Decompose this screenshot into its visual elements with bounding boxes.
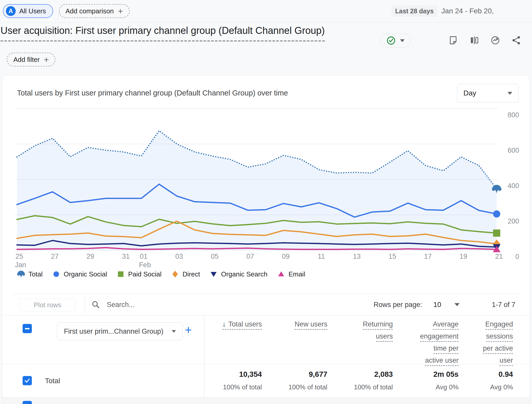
dimension-dropdown[interactable]: First user prim...Channel Group) bbox=[57, 322, 183, 340]
legend-label: Paid Social bbox=[128, 270, 162, 278]
select-all-checkbox[interactable] bbox=[23, 324, 32, 333]
circle-icon bbox=[52, 270, 61, 279]
legend-item-total[interactable]: Total bbox=[17, 270, 43, 279]
metric-cell: 2,083100% of total bbox=[327, 370, 393, 391]
chart-legend: TotalOrganic SocialPaid SocialDirectOrga… bbox=[17, 270, 305, 279]
row-checkbox[interactable] bbox=[23, 401, 32, 404]
page-title-text: User acquisition: First user primary cha… bbox=[1, 25, 325, 42]
column-header-new-users[interactable]: New users bbox=[262, 320, 327, 369]
triangle-down-icon bbox=[209, 270, 218, 279]
table-search bbox=[91, 298, 261, 312]
column-header-line: ↓Total users bbox=[222, 320, 262, 330]
divider bbox=[85, 296, 85, 314]
legend-item-organic-social[interactable]: Organic Social bbox=[52, 270, 107, 279]
legend-label: Total bbox=[28, 270, 43, 278]
balloon-icon bbox=[17, 270, 25, 279]
divider bbox=[12, 294, 522, 294]
report-actions bbox=[448, 35, 532, 45]
share-icon[interactable] bbox=[511, 35, 521, 45]
metric-cell: 0.94Avg 0% bbox=[459, 370, 522, 391]
divider bbox=[2, 315, 530, 315]
add-comparison-label: Add comparison bbox=[65, 7, 114, 15]
column-header-total-users[interactable]: ↓Total users bbox=[204, 320, 262, 369]
metric-cell: 9,677100% of total bbox=[262, 370, 327, 391]
row-checkbox[interactable] bbox=[23, 376, 32, 385]
rows-per-page-label: Rows per page: bbox=[374, 301, 422, 309]
search-icon bbox=[91, 300, 100, 309]
avatar: A bbox=[6, 6, 16, 16]
top-bar: A All Users Add comparison + Last 28 day… bbox=[0, 0, 532, 22]
pagination-controls: Rows per page: 10 1-7 of 7 bbox=[374, 298, 522, 312]
metric-subvalue: 100% of total bbox=[223, 383, 262, 391]
column-header-line: Engaged bbox=[485, 320, 513, 330]
note-icon[interactable] bbox=[448, 35, 458, 45]
date-range-value[interactable]: Jan 24 - Feb 20, bbox=[441, 7, 494, 15]
column-header-line: Average bbox=[433, 320, 459, 330]
date-range-preset[interactable]: Last 28 days bbox=[392, 5, 437, 17]
dimension-dropdown-value: First user prim...Channel Group) bbox=[64, 328, 163, 335]
column-header-line: time per bbox=[433, 344, 459, 354]
chart-title: Total users by First user primary channe… bbox=[17, 89, 288, 97]
divider bbox=[2, 364, 530, 364]
granularity-value: Day bbox=[463, 89, 476, 97]
table-row-label: Total bbox=[45, 377, 60, 385]
pagination-range: 1-7 of 7 bbox=[492, 301, 515, 309]
column-headers: ↓Total usersNew usersReturningusersAvera… bbox=[204, 320, 522, 369]
column-header-line: New users bbox=[294, 320, 327, 330]
date-range-control: Last 28 days Jan 24 - Feb 20, bbox=[392, 0, 494, 22]
chevron-down-icon bbox=[508, 92, 512, 95]
column-header-line: user bbox=[499, 357, 513, 366]
comparison-icon[interactable] bbox=[469, 35, 479, 45]
check-icon bbox=[24, 377, 31, 384]
legend-label: Organic Social bbox=[64, 270, 107, 278]
column-header-average-engagement-time-per-active-user[interactable]: Averageengagementtime peractive user bbox=[393, 320, 459, 369]
legend-item-organic-search[interactable]: Organic Search bbox=[209, 270, 268, 279]
plus-icon: + bbox=[118, 7, 123, 15]
metric-subvalue: 100% of total bbox=[354, 383, 393, 391]
table-row: 10,354100% of total9,677100% of total2,0… bbox=[204, 370, 522, 391]
granularity-select[interactable]: Day bbox=[457, 84, 519, 102]
search-input[interactable] bbox=[107, 298, 261, 312]
add-comparison-button[interactable]: Add comparison + bbox=[59, 4, 130, 18]
column-header-line: active user bbox=[425, 357, 459, 366]
plot-rows-button[interactable]: Plot rows bbox=[19, 299, 76, 311]
plus-icon: + bbox=[44, 55, 49, 64]
add-filter-button[interactable]: Add filter + bbox=[7, 53, 55, 66]
chevron-down-icon bbox=[172, 330, 176, 333]
column-header-line: Returning bbox=[363, 320, 393, 330]
metric-value: 2,083 bbox=[374, 370, 393, 379]
legend-label: Email bbox=[289, 270, 305, 278]
column-header-engaged-sessions-per-active-user[interactable]: Engagedsessionsper activeuser bbox=[459, 320, 522, 369]
legend-item-direct[interactable]: Direct bbox=[171, 270, 200, 279]
column-header-line: per active bbox=[483, 344, 513, 354]
metric-value: 9,677 bbox=[309, 370, 327, 379]
all-users-segment-chip[interactable]: A All Users bbox=[3, 4, 53, 18]
insights-icon[interactable] bbox=[490, 35, 500, 45]
rows-per-page-value[interactable]: 10 bbox=[433, 301, 441, 309]
table-row[interactable] bbox=[2, 398, 530, 404]
legend-item-email[interactable]: Email bbox=[277, 270, 305, 279]
all-users-label: All Users bbox=[19, 7, 46, 15]
metric-cell: 10,354100% of total bbox=[204, 370, 262, 391]
square-icon bbox=[116, 270, 125, 279]
column-header-line: engagement bbox=[420, 332, 459, 342]
page-title: User acquisition: First user primary cha… bbox=[1, 25, 325, 42]
check-circle-icon bbox=[386, 36, 396, 45]
legend-item-paid-social[interactable]: Paid Social bbox=[116, 270, 162, 279]
ga4-user-acquisition-report: A All Users Add comparison + Last 28 day… bbox=[0, 0, 532, 404]
indeterminate-icon bbox=[25, 328, 30, 329]
add-filter-label: Add filter bbox=[13, 56, 40, 64]
data-quality-badge[interactable] bbox=[380, 34, 411, 47]
add-dimension-button[interactable]: + bbox=[185, 324, 192, 336]
metric-cell: 2m 05sAvg 0% bbox=[393, 370, 459, 391]
divider bbox=[0, 22, 532, 22]
metric-value: 10,354 bbox=[239, 370, 262, 379]
column-header-returning-users[interactable]: Returningusers bbox=[327, 320, 393, 369]
chevron-down-icon[interactable] bbox=[454, 303, 460, 306]
chevron-down-icon bbox=[400, 39, 405, 42]
metric-value: 0.94 bbox=[499, 370, 513, 379]
diamond-icon bbox=[171, 270, 179, 279]
metric-value: 2m 05s bbox=[433, 370, 459, 379]
metric-subvalue: Avg 0% bbox=[436, 383, 459, 391]
column-header-line: users bbox=[376, 332, 393, 342]
